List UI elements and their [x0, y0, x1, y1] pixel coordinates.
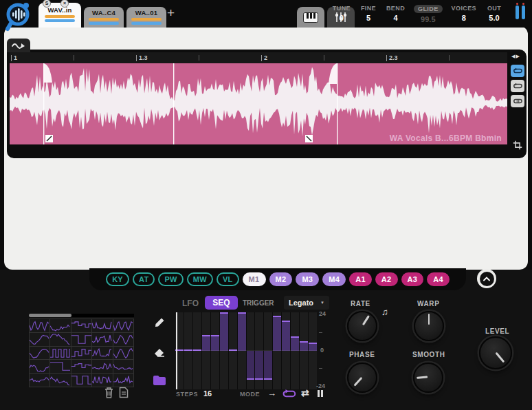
shape-thumbnail[interactable]	[30, 319, 49, 332]
rate-knob[interactable]	[347, 311, 377, 341]
shape-thumbnail[interactable]	[50, 319, 70, 332]
trash-icon[interactable]	[104, 387, 114, 398]
loop-mode-button-2[interactable]	[511, 80, 524, 92]
loop-mode-button-active[interactable]	[511, 65, 524, 77]
mod-tab-a1[interactable]: A1	[349, 272, 372, 286]
shape-thumbnail[interactable]	[30, 360, 49, 373]
seq-step[interactable]	[211, 312, 219, 389]
seq-step[interactable]	[184, 312, 192, 389]
mod-tab-ky[interactable]: KY	[106, 272, 129, 286]
eraser-tool[interactable]	[153, 345, 166, 359]
shape-thumbnail[interactable]	[50, 347, 70, 360]
shape-thumbnail[interactable]	[30, 374, 49, 387]
sample-tab-2[interactable]: WA..C4	[84, 7, 124, 28]
sample-edit-tab[interactable]	[7, 39, 30, 52]
seq-step[interactable]	[229, 312, 237, 389]
seq-step[interactable]	[193, 312, 201, 389]
shape-thumbnail[interactable]	[71, 374, 91, 387]
shape-thumbnail[interactable]	[92, 360, 112, 373]
mod-tab-m4[interactable]: M4	[322, 272, 346, 286]
note-sync-icon[interactable]: ♫	[381, 307, 388, 317]
mode-pingpong-icon[interactable]: ⇄	[301, 387, 309, 398]
mode-loop-icon[interactable]	[282, 389, 297, 398]
shape-thumbnail[interactable]	[50, 333, 70, 346]
seq-step[interactable]	[202, 312, 210, 389]
sample-tab-1[interactable]: S × WAV..in	[38, 3, 81, 28]
param-glide[interactable]: GLIDE 99.5	[414, 5, 443, 23]
shape-thumbnail[interactable]	[50, 360, 70, 373]
shape-thumbnail[interactable]	[30, 333, 49, 346]
shape-thumbnail[interactable]	[113, 319, 133, 332]
loop-mode-button-3[interactable]	[511, 95, 524, 107]
mod-tab-m1[interactable]: M1	[243, 272, 266, 286]
seq-step[interactable]	[238, 312, 246, 389]
collapse-panel-button[interactable]	[477, 269, 496, 288]
mod-tab-a3[interactable]: A3	[401, 272, 424, 286]
loop-marker[interactable]	[173, 63, 174, 144]
loop-marker[interactable]	[337, 63, 337, 144]
shape-thumbnail[interactable]	[113, 347, 133, 360]
seq-step[interactable]	[247, 312, 255, 389]
mod-tab-m3[interactable]: M3	[296, 272, 319, 286]
seq-step[interactable]	[255, 312, 263, 389]
mod-tab-m2[interactable]: M2	[269, 272, 293, 286]
shape-thumbnail[interactable]	[92, 347, 112, 360]
param-out[interactable]: OUT 5.0	[485, 5, 503, 22]
warp-knob[interactable]	[414, 311, 444, 341]
add-tab-button[interactable]: +	[167, 6, 175, 21]
shape-thumbnail[interactable]	[71, 319, 91, 332]
shape-thumbnail[interactable]	[71, 333, 91, 346]
seq-tab[interactable]: SEQ	[205, 296, 238, 310]
shape-thumbnail[interactable]	[113, 333, 133, 346]
param-fine[interactable]: FINE 5	[359, 5, 377, 22]
seq-step[interactable]	[300, 312, 308, 389]
mod-tab-at[interactable]: AT	[133, 272, 155, 286]
keyboard-view-button[interactable]	[297, 7, 324, 28]
fade-handle[interactable]	[305, 135, 313, 142]
pencil-tool[interactable]	[153, 315, 166, 329]
seq-step[interactable]	[220, 312, 228, 389]
param-tune[interactable]: TUNE 0	[333, 5, 351, 22]
shape-thumbnail[interactable]	[92, 333, 112, 346]
mod-tab-vl[interactable]: VL	[217, 272, 239, 286]
shape-browser-scrollbar[interactable]	[29, 314, 134, 317]
mod-tab-a4[interactable]: A4	[427, 272, 450, 286]
seq-step[interactable]	[291, 312, 299, 389]
save-shape-icon[interactable]	[119, 387, 129, 398]
seq-step[interactable]	[282, 312, 290, 389]
smooth-knob[interactable]	[413, 363, 443, 393]
timeline-ruler[interactable]: 11.322.3	[10, 52, 507, 63]
loop-marker[interactable]	[43, 63, 44, 144]
param-bend[interactable]: BEND 4	[386, 5, 405, 22]
seq-step[interactable]	[264, 312, 272, 389]
sample-tab-3[interactable]: WA..01	[126, 7, 166, 28]
phase-knob[interactable]	[347, 363, 377, 393]
shape-thumbnail[interactable]	[50, 374, 70, 387]
seq-step[interactable]	[273, 312, 281, 389]
seq-grid[interactable]	[175, 312, 317, 389]
pan-zoom-icon[interactable]: ◀▶	[511, 54, 520, 59]
lfo-tab[interactable]: LFO	[182, 299, 199, 308]
load-shape-tool[interactable]	[153, 373, 166, 387]
param-voices[interactable]: VOICES 8	[452, 5, 476, 22]
mod-tab-pw[interactable]: PW	[158, 272, 183, 286]
shape-thumbnail[interactable]	[113, 360, 133, 373]
shape-thumbnail[interactable]	[92, 374, 112, 387]
fade-handle[interactable]	[45, 135, 53, 142]
crop-button[interactable]	[511, 139, 524, 151]
shape-thumbnail[interactable]	[113, 374, 133, 387]
shape-thumbnail[interactable]	[30, 347, 49, 360]
pause-button[interactable]	[516, 6, 525, 19]
mode-hold-icon[interactable]	[318, 390, 323, 397]
mod-tab-mw[interactable]: MW	[187, 272, 213, 286]
mode-forward-icon[interactable]: →	[267, 388, 276, 398]
shape-thumbnail[interactable]	[71, 347, 91, 360]
level-knob[interactable]	[479, 336, 512, 369]
shape-thumbnail[interactable]	[92, 319, 112, 332]
shape-thumbnail[interactable]	[71, 360, 91, 373]
waveform-display[interactable]: WA Vocals B...6BPM Bbmin	[10, 63, 507, 144]
trigger-dropdown[interactable]: Legato ▼	[284, 296, 329, 310]
steps-value[interactable]: 16	[203, 389, 212, 398]
mod-tab-a2[interactable]: A2	[375, 272, 398, 286]
seq-step[interactable]	[309, 312, 317, 389]
